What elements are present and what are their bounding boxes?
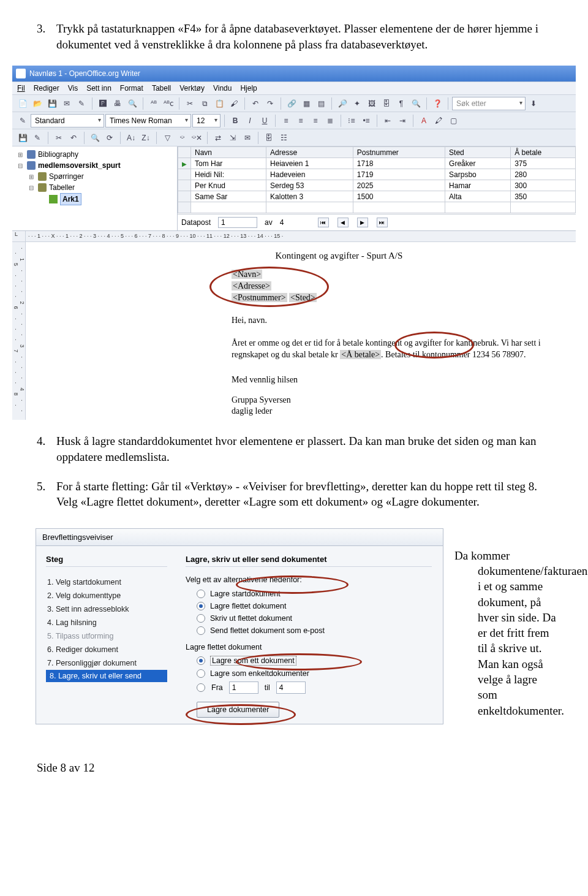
indent-icon[interactable]: ⇥	[396, 114, 409, 127]
styles-icon[interactable]: ✎	[16, 114, 29, 127]
db-refresh-icon[interactable]: ⟳	[103, 131, 116, 145]
hyperlink-icon[interactable]: 🔗	[285, 97, 298, 110]
nav-prev-icon[interactable]: ◀	[337, 218, 349, 227]
col-postnummer[interactable]: Postnummer	[353, 147, 445, 158]
align-justify-icon[interactable]: ≣	[323, 114, 337, 127]
redo-icon[interactable]: ↷	[263, 97, 277, 110]
undo-icon[interactable]: ↶	[249, 97, 262, 110]
db-filter-icon[interactable]: ⌔	[175, 131, 189, 145]
wizard-step-5[interactable]: 5. Tilpass utforming	[46, 629, 167, 643]
data-grid[interactable]: Navn Adresse Postnummer Sted Å betale ▶T…	[178, 146, 576, 230]
db-tofields-icon[interactable]: ⇄	[211, 131, 225, 145]
col-abetale[interactable]: Å betale	[511, 147, 576, 158]
nav-record-input[interactable]	[218, 217, 257, 228]
menu-hjelp[interactable]: Hjelp	[240, 84, 257, 93]
cut-icon[interactable]: ✂	[183, 97, 197, 110]
db-save-icon[interactable]: 💾	[16, 131, 29, 145]
radio-icon[interactable]	[197, 602, 205, 610]
mail-icon[interactable]: ✉	[60, 97, 74, 110]
wizard-step-6[interactable]: 6. Rediger dokument	[46, 643, 167, 656]
record-navigator[interactable]: Datapost av 4 ⏮ ◀ ▶ ⏭	[178, 214, 576, 230]
db-mailmerge-icon[interactable]: ✉	[241, 131, 254, 145]
datasources-icon[interactable]: 🗄	[380, 97, 393, 110]
menu-vindu[interactable]: Vindu	[213, 84, 232, 93]
lagre-dokumenter-button[interactable]: Lagre dokumenter	[197, 702, 279, 718]
field-adresse[interactable]: <Adresse>	[232, 281, 271, 290]
radio-icon[interactable]	[197, 626, 205, 635]
search-down-icon[interactable]: ⬇	[527, 97, 540, 110]
col-adresse[interactable]: Adresse	[266, 147, 353, 158]
radio-icon[interactable]	[197, 656, 205, 665]
underline-icon[interactable]: U	[258, 114, 271, 127]
opt-send-epost[interactable]: Send flettet dokument som e-post	[186, 625, 432, 637]
db-sort-desc-icon[interactable]: Z↓	[139, 131, 153, 145]
col-sted[interactable]: Sted	[445, 147, 511, 158]
search-input[interactable]: Søk etter	[452, 97, 526, 110]
db-removefilter-icon[interactable]: ⌔✕	[190, 131, 203, 145]
navigator-icon[interactable]: ✦	[350, 97, 364, 110]
menubar[interactable]: Fil Rediger Vis Sett inn Format Tabell V…	[12, 82, 576, 95]
db-explorer-icon[interactable]: ☷	[277, 131, 290, 145]
preview-icon[interactable]: 🔍	[126, 97, 139, 110]
datasource-tree[interactable]: ⊞Bibliography ⊟medlemsoversikt_spurt ⊞Sp…	[12, 146, 178, 230]
nonprint-icon[interactable]: ¶	[394, 97, 408, 110]
menu-vis[interactable]: Vis	[68, 84, 78, 93]
radio-icon[interactable]	[197, 683, 205, 692]
opt-lagre-enkeltdokumenter[interactable]: Lagre som enkeltdokumenter	[186, 667, 432, 680]
formatpaint-icon[interactable]: 🖌	[227, 97, 241, 110]
new-icon[interactable]: 📄	[16, 97, 29, 110]
db-find-icon[interactable]: 🔍	[88, 131, 102, 145]
field-sted[interactable]: <Sted>	[289, 293, 317, 302]
tree-datasource[interactable]: medlemsoversikt_spurt	[38, 160, 121, 171]
table-row[interactable]: Same SarKalotten 31500Alta350	[178, 191, 576, 202]
paste-icon[interactable]: 📋	[213, 97, 226, 110]
opt-lagre-flettet[interactable]: Lagre flettet dokument	[186, 600, 432, 612]
radio-icon[interactable]	[197, 590, 205, 598]
db-cut-icon[interactable]: ✂	[52, 131, 66, 145]
wizard-step-3[interactable]: 3. Sett inn adresseblokk	[46, 602, 167, 616]
table-row[interactable]: Per KnudSerdeg 532025Hamar300	[178, 180, 576, 191]
wizard-step-4[interactable]: 4. Lag hilsning	[46, 616, 167, 629]
numbering-icon[interactable]: ⁝≡	[345, 114, 358, 127]
db-edit-icon[interactable]: ✎	[31, 131, 44, 145]
opt-skriv-ut[interactable]: Skriv ut flettet dokument	[186, 612, 432, 625]
copy-icon[interactable]: ⧉	[198, 97, 211, 110]
nav-last-icon[interactable]: ⏭	[377, 218, 388, 227]
field-postnummer[interactable]: <Postnummer>	[232, 293, 287, 302]
pdf-icon[interactable]: 🅿	[96, 97, 110, 110]
table-icon[interactable]: ▦	[300, 97, 313, 110]
til-input[interactable]	[276, 681, 306, 694]
fontcolor-icon[interactable]: A	[417, 114, 431, 127]
db-sort-asc-icon[interactable]: A↓	[124, 131, 138, 145]
field-abetale[interactable]: <Å betale>	[340, 350, 381, 359]
spellcheck-icon[interactable]: ᴬᴮ	[147, 97, 160, 110]
tree-sheet-ark1[interactable]: Ark1	[60, 193, 81, 205]
db-undo-icon[interactable]: ↶	[67, 131, 80, 145]
menu-verktoy[interactable]: Verktøy	[179, 84, 205, 93]
tree-tables[interactable]: Tabeller	[49, 182, 75, 193]
autospell-icon[interactable]: ᴬᴮᴄ	[162, 97, 175, 110]
db-source-icon[interactable]: 🗄	[262, 131, 276, 145]
align-center-icon[interactable]: ≡	[294, 114, 307, 127]
font-combo[interactable]: Times New Roman	[105, 114, 191, 127]
col-navn[interactable]: Navn	[191, 147, 266, 158]
bullets-icon[interactable]: •≡	[360, 114, 373, 127]
outdent-icon[interactable]: ⇤	[381, 114, 394, 127]
db-autofilter-icon[interactable]: ▽	[160, 131, 174, 145]
tree-bibliography[interactable]: Bibliography	[38, 149, 78, 160]
opt-fra-til[interactable]: Fra til	[186, 680, 432, 696]
table-row[interactable]: Heidi Nil:Hadeveien1719Sarpsbo280	[178, 169, 576, 180]
bgcolor-icon[interactable]: ▢	[447, 114, 460, 127]
fra-input[interactable]	[229, 681, 258, 694]
italic-icon[interactable]: I	[243, 114, 257, 127]
save-icon[interactable]: 💾	[45, 97, 59, 110]
menu-rediger[interactable]: Rediger	[34, 84, 59, 93]
bold-icon[interactable]: B	[228, 114, 242, 127]
table-row[interactable]: ▶Tom HarHeiaveien 11718Greåker375	[178, 158, 576, 169]
wizard-step-1[interactable]: 1. Velg startdokument	[46, 575, 167, 589]
open-icon[interactable]: 📂	[31, 97, 44, 110]
opt-lagre-startdokument[interactable]: Lagre startdokument	[186, 588, 432, 600]
size-combo[interactable]: 12	[192, 114, 221, 127]
align-right-icon[interactable]: ≡	[309, 114, 322, 127]
style-combo[interactable]: Standard	[31, 114, 104, 127]
